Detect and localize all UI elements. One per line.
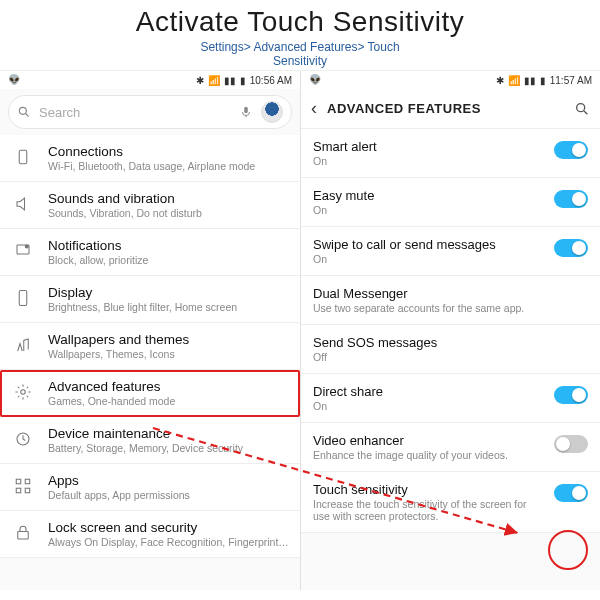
settings-pane: 👽 ✱ 📶 ▮▮ ▮ 10:56 AM Search ConnectionsWi… [0,71,300,590]
settings-row-sub: Block, allow, prioritize [48,254,290,266]
svg-rect-6 [19,291,27,306]
toggle-touch-sensitivity[interactable] [554,484,588,502]
settings-row-connections[interactable]: ConnectionsWi-Fi, Bluetooth, Data usage,… [0,135,300,182]
svg-rect-9 [16,479,21,484]
search-bar[interactable]: Search [8,95,292,129]
search-icon [17,105,31,119]
clock-right: 11:57 AM [550,75,592,86]
advanced-features-header: ‹ ADVANCED FEATURES [301,89,600,129]
settings-row-label: Advanced features [48,379,290,394]
status-bar-right: 👽 ✱ 📶 ▮▮ ▮ 11:57 AM [301,71,600,89]
battery-icon: ▮ [240,75,246,86]
svg-point-7 [21,390,26,395]
settings-row-sub: Default apps, App permissions [48,489,290,501]
apps-icon [12,475,34,497]
search-icon[interactable] [574,101,590,117]
af-row-label: Dual Messenger [313,286,588,301]
svg-rect-13 [18,532,29,540]
back-icon[interactable]: ‹ [311,98,317,119]
page-title: Activate Touch Sensitivity [0,6,600,38]
af-row-label: Swipe to call or send messages [313,237,544,252]
settings-row-sub: Brightness, Blue light filter, Home scre… [48,301,290,313]
settings-row-advanced-features[interactable]: Advanced featuresGames, One-handed mode [0,370,300,417]
signal-icon: ▮▮ [524,75,536,86]
settings-row-label: Display [48,285,290,300]
advanced-features-title: ADVANCED FEATURES [327,101,564,116]
settings-row-label: Wallpapers and themes [48,332,290,347]
maintenance-icon [12,428,34,450]
reddit-icon: 👽 [309,75,321,85]
search-placeholder: Search [39,105,231,120]
settings-row-label: Device maintenance [48,426,290,441]
toggle-smart-alert[interactable] [554,141,588,159]
settings-row-label: Sounds and vibration [48,191,290,206]
svg-line-1 [26,114,29,117]
settings-row-lock-screen-and-security[interactable]: Lock screen and securityAlways On Displa… [0,511,300,558]
af-row-label: Easy mute [313,188,544,203]
svg-rect-3 [19,150,27,164]
toggle-video-enhancer[interactable] [554,435,588,453]
bluetooth-icon: ✱ [496,75,504,86]
settings-row-sub: Games, One-handed mode [48,395,290,407]
af-row-swipe-to-call-or-send-messages[interactable]: Swipe to call or send messagesOn [301,227,600,276]
mic-icon[interactable] [239,105,253,119]
svg-line-15 [584,111,587,114]
connections-icon [12,146,34,168]
settings-row-sub: Wallpapers, Themes, Icons [48,348,290,360]
af-row-smart-alert[interactable]: Smart alertOn [301,129,600,178]
settings-row-notifications[interactable]: NotificationsBlock, allow, prioritize [0,229,300,276]
settings-row-label: Lock screen and security [48,520,290,535]
af-row-label: Touch sensitivity [313,482,544,497]
svg-rect-10 [25,479,30,484]
svg-rect-2 [244,107,248,113]
af-row-sub: Enhance the image quality of your videos… [313,449,544,461]
af-row-sub: On [313,155,544,167]
wifi-icon: 📶 [508,75,520,86]
af-row-label: Send SOS messages [313,335,588,350]
settings-row-sub: Always On Display, Face Recognition, Fin… [48,536,290,548]
settings-row-wallpapers-and-themes[interactable]: Wallpapers and themesWallpapers, Themes,… [0,323,300,370]
sound-icon [12,193,34,215]
af-row-easy-mute[interactable]: Easy muteOn [301,178,600,227]
toggle-swipe-to-call-or-send-messages[interactable] [554,239,588,257]
clock-left: 10:56 AM [250,75,292,86]
settings-row-sub: Sounds, Vibration, Do not disturb [48,207,290,219]
toggle-easy-mute[interactable] [554,190,588,208]
af-row-sub: On [313,400,544,412]
af-row-sub: On [313,204,544,216]
svg-point-0 [19,107,26,114]
breadcrumb: Settings> Advanced Features> Touch [0,40,600,54]
lock-icon [12,522,34,544]
notifications-icon [12,240,34,262]
wallpaper-icon [12,334,34,356]
breadcrumb-line2: Sensitivity [0,54,600,68]
display-icon [12,287,34,309]
af-row-sub: Increase the touch sensitivity of the sc… [313,498,544,522]
highlight-ring [548,530,588,570]
settings-row-display[interactable]: DisplayBrightness, Blue light filter, Ho… [0,276,300,323]
settings-row-label: Notifications [48,238,290,253]
advanced-features-pane: 👽 ✱ 📶 ▮▮ ▮ 11:57 AM ‹ ADVANCED FEATURES … [300,71,600,590]
toggle-direct-share[interactable] [554,386,588,404]
af-row-dual-messenger[interactable]: Dual MessengerUse two separate accounts … [301,276,600,325]
reddit-icon: 👽 [8,75,20,85]
settings-row-sounds-and-vibration[interactable]: Sounds and vibrationSounds, Vibration, D… [0,182,300,229]
af-row-sub: On [313,253,544,265]
svg-rect-12 [25,488,30,493]
bluetooth-icon: ✱ [196,75,204,86]
af-row-direct-share[interactable]: Direct shareOn [301,374,600,423]
settings-row-device-maintenance[interactable]: Device maintenanceBattery, Storage, Memo… [0,417,300,464]
af-row-sub: Use two separate accounts for the same a… [313,302,588,314]
af-row-touch-sensitivity[interactable]: Touch sensitivityIncrease the touch sens… [301,472,600,533]
af-row-label: Direct share [313,384,544,399]
avatar[interactable] [261,101,283,123]
settings-row-sub: Battery, Storage, Memory, Device securit… [48,442,290,454]
af-row-sub: Off [313,351,588,363]
af-row-send-sos-messages[interactable]: Send SOS messagesOff [301,325,600,374]
settings-row-apps[interactable]: AppsDefault apps, App permissions [0,464,300,511]
advanced-icon [12,381,34,403]
settings-row-sub: Wi-Fi, Bluetooth, Data usage, Airplane m… [48,160,290,172]
wifi-icon: 📶 [208,75,220,86]
svg-point-5 [25,245,28,248]
af-row-video-enhancer[interactable]: Video enhancerEnhance the image quality … [301,423,600,472]
